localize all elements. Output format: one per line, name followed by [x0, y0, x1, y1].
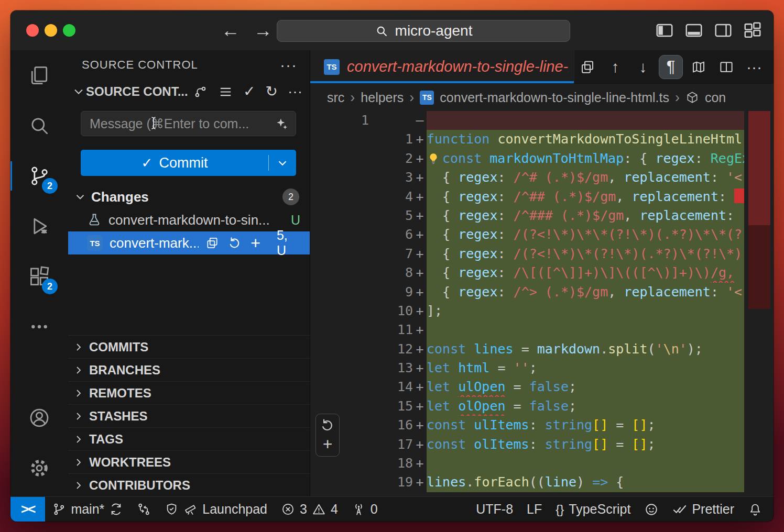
more-actions-icon[interactable]: ···	[742, 55, 766, 79]
sidebar-section-tags[interactable]: TAGS	[68, 427, 310, 450]
forward-button[interactable]: →	[253, 19, 274, 41]
activity-accounts[interactable]	[10, 393, 68, 443]
activity-extensions[interactable]: 2	[10, 251, 68, 302]
open-file-icon[interactable]	[205, 236, 219, 250]
customize-layout-icon[interactable]	[742, 20, 763, 41]
activity-more-views[interactable]	[10, 302, 68, 352]
breadcrumb-item[interactable]: convert-markdown-to-single-line-html.ts	[440, 90, 669, 105]
zoom-window-button[interactable]	[63, 24, 75, 37]
sparkle-icon[interactable]	[274, 117, 289, 131]
toggle-primary-sidebar-icon[interactable]	[654, 20, 675, 41]
changes-header[interactable]: Changes 2	[68, 185, 310, 208]
refresh-icon[interactable]: ↻	[266, 84, 278, 99]
more-actions-icon[interactable]: ···	[288, 84, 302, 99]
sidebar-section-commits[interactable]: COMMITS	[68, 335, 310, 358]
stage-block-button[interactable]: +	[323, 436, 333, 452]
scm-file-row[interactable]: TSconvert-mark...+5, U	[68, 231, 310, 254]
ports-status[interactable]: 0	[345, 497, 385, 522]
code-editor[interactable]: 1—1+function convertMarkdownToSingleLine…	[310, 111, 774, 496]
scm-file-row[interactable]: convert-markdown-to-sin...U	[68, 208, 310, 231]
code-line[interactable]: 5+ { regex: /^### (.*)$/gm, replacement:	[310, 206, 744, 225]
eol-status[interactable]: LF	[520, 497, 549, 522]
code-line[interactable]: 10+];	[310, 302, 744, 320]
breadcrumb-item[interactable]: helpers	[361, 90, 404, 105]
previous-change-icon[interactable]: ↑	[603, 55, 627, 79]
sidebar-more-icon[interactable]: ···	[280, 57, 297, 73]
search-icon	[375, 24, 389, 38]
stage-icon[interactable]: +	[251, 235, 260, 251]
minimize-window-button[interactable]	[45, 24, 57, 37]
back-button[interactable]: ←	[220, 19, 241, 41]
toggle-secondary-sidebar-icon[interactable]	[713, 20, 734, 41]
code-line[interactable]: 2+const markdownToHtmlMap: { regex: RegE…	[310, 149, 744, 168]
activity-settings[interactable]	[10, 443, 68, 493]
next-change-icon[interactable]: ↓	[631, 55, 655, 79]
problems-status[interactable]: 3 4	[274, 497, 345, 522]
gutter-line-number: 18	[372, 454, 413, 473]
encoding-status[interactable]: UTF-8	[469, 497, 520, 522]
layout-controls	[654, 10, 768, 50]
ports-count: 0	[371, 502, 378, 517]
smiley-icon	[644, 502, 659, 517]
map-icon[interactable]	[687, 55, 711, 79]
code-line[interactable]: 6+ { regex: /(?<!\*)\*\*(?!\*)(.*?)\*\*(…	[310, 225, 744, 244]
split-editor-icon[interactable]	[714, 55, 738, 79]
minimap[interactable]	[744, 111, 774, 496]
code-line[interactable]: 8+ { regex: /\[([^\]]+)\]\(([^\)]+)\)/g,	[310, 263, 744, 282]
toggle-whitespace-button[interactable]: ¶	[659, 55, 683, 79]
editor-tab[interactable]: TS convert-markdown-to-single-line-h	[310, 50, 574, 83]
code-line[interactable]: 18+	[310, 454, 744, 473]
git-compare-status[interactable]	[130, 497, 158, 522]
sidebar-section-stashes[interactable]: STASHES	[68, 404, 310, 427]
gutter-line-number: 12	[372, 340, 413, 359]
copilot-status[interactable]	[637, 497, 666, 522]
close-window-button[interactable]	[26, 24, 39, 37]
sidebar-section-worktrees[interactable]: WORKTREES	[68, 450, 310, 473]
scm-provider-row[interactable]: SOURCE CONT... ✓ ↻ ···	[68, 80, 310, 104]
lightbulb-icon[interactable]	[427, 152, 440, 165]
code-line[interactable]: 4+ { regex: /^## (.*)$/gm, replacement:	[310, 187, 744, 206]
code-line[interactable]: 12+const lines = markdown.split('\n');	[310, 340, 744, 359]
activity-search[interactable]	[10, 101, 68, 151]
commit-message-input[interactable]	[81, 111, 296, 136]
code-line[interactable]: 9+ { regex: /^> (.*)$/gm, replacement: '…	[310, 283, 744, 302]
code-line[interactable]: 3+ { regex: /^# (.*)$/gm, replacement: '…	[310, 168, 744, 187]
code-line[interactable]: 16+const ulItems: string[] = [];	[310, 416, 744, 435]
code-line[interactable]: 15+let olOpen = false;	[310, 397, 744, 416]
chevron-down-icon	[71, 84, 86, 99]
code-line[interactable]: 7+ { regex: /(?<!\*)\*(?!\*)(.*?)\*(?!\*…	[310, 245, 744, 263]
commit-check-icon[interactable]: ✓	[243, 84, 255, 99]
toggle-panel-icon[interactable]	[683, 20, 704, 41]
window-search-input[interactable]: micro-agent	[277, 20, 570, 42]
language-status[interactable]: {} TypeScript	[549, 497, 637, 522]
branch-status[interactable]: main*	[45, 497, 130, 522]
code-line[interactable]: 14+let ulOpen = false;	[310, 378, 744, 396]
commit-button-main[interactable]: ✓ Commit	[81, 155, 268, 171]
compare-changes-icon[interactable]	[575, 55, 600, 79]
code-line[interactable]: 19+lines.forEach((line) => {	[310, 473, 744, 492]
sidebar-section-contributors[interactable]: CONTRIBUTORS	[68, 473, 310, 496]
remote-indicator[interactable]: ><	[10, 497, 45, 522]
code-line[interactable]: 1+function convertMarkdownToSingleLineHt…	[310, 130, 744, 149]
sidebar-section-remotes[interactable]: REMOTES	[68, 381, 310, 404]
commit-dropdown-button[interactable]	[269, 156, 296, 170]
code-line[interactable]: 17+const olItems: string[] = [];	[310, 435, 744, 454]
activity-run-debug[interactable]	[10, 201, 68, 251]
account-icon	[28, 406, 51, 429]
activity-explorer[interactable]	[10, 50, 68, 101]
notifications-bell[interactable]	[741, 497, 769, 522]
code-line[interactable]: 11+	[310, 320, 744, 339]
breadcrumb-item[interactable]: con	[705, 90, 726, 105]
graph-icon[interactable]	[193, 84, 208, 99]
launchpad-status[interactable]: Launchpad	[158, 497, 274, 522]
code-line[interactable]: 1—	[310, 111, 744, 130]
formatter-status[interactable]: Prettier	[666, 497, 741, 522]
commit-button[interactable]: ✓ Commit	[81, 150, 296, 176]
view-list-icon[interactable]	[218, 84, 233, 99]
revert-block-button[interactable]	[320, 418, 335, 433]
discard-icon[interactable]	[228, 236, 242, 250]
breadcrumb-item[interactable]: src	[327, 90, 344, 105]
code-line[interactable]: 13+let html = '';	[310, 359, 744, 378]
activity-source-control[interactable]: 2	[10, 151, 68, 201]
sidebar-section-branches[interactable]: BRANCHES	[68, 358, 310, 381]
